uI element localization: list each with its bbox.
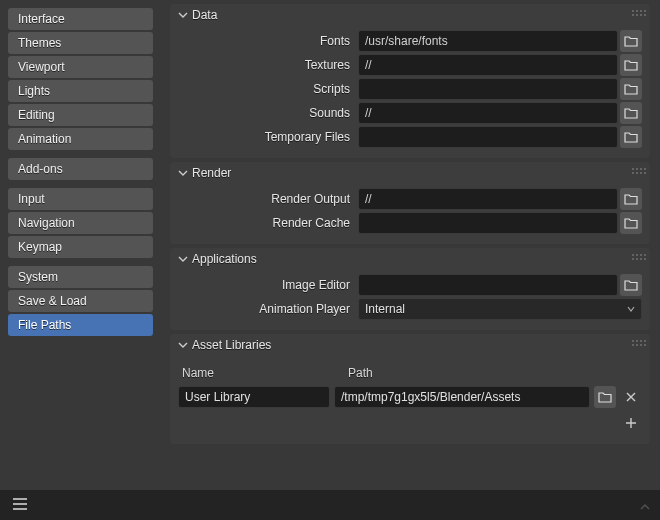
chevron-down-icon xyxy=(176,166,190,180)
hamburger-icon xyxy=(12,497,28,511)
panel-asset-libraries: Asset Libraries Name Path xyxy=(170,334,650,444)
label-render-cache: Render Cache xyxy=(178,216,356,230)
chevron-down-icon xyxy=(627,302,635,316)
browse-render-cache-button[interactable] xyxy=(620,212,642,234)
sidebar-item-editing[interactable]: Editing xyxy=(8,104,153,126)
browse-fonts-button[interactable] xyxy=(620,30,642,52)
input-render-cache[interactable] xyxy=(358,212,618,234)
folder-icon xyxy=(624,35,638,47)
panel-applications: Applications Image Editor Animation Play… xyxy=(170,248,650,330)
panel-data: Data Fonts Textures Scripts xyxy=(170,4,650,158)
folder-icon xyxy=(624,107,638,119)
browse-image-editor-button[interactable] xyxy=(620,274,642,296)
label-animation-player: Animation Player xyxy=(178,302,356,316)
chevron-down-icon xyxy=(176,8,190,22)
label-image-editor: Image Editor xyxy=(178,278,356,292)
restore-button[interactable] xyxy=(636,498,654,516)
input-image-editor[interactable] xyxy=(358,274,618,296)
browse-textures-button[interactable] xyxy=(620,54,642,76)
column-header-name: Name xyxy=(182,366,334,380)
folder-icon xyxy=(624,193,638,205)
asset-library-row xyxy=(178,386,642,408)
label-sounds: Sounds xyxy=(178,106,356,120)
drag-handle-icon[interactable] xyxy=(632,254,646,264)
sidebar-item-viewport[interactable]: Viewport xyxy=(8,56,153,78)
label-textures: Textures xyxy=(178,58,356,72)
panel-applications-title: Applications xyxy=(192,252,257,266)
folder-icon xyxy=(624,131,638,143)
dropdown-animation-player-value: Internal xyxy=(365,302,405,316)
label-temp-files: Temporary Files xyxy=(178,130,356,144)
sidebar-item-system[interactable]: System xyxy=(8,266,153,288)
sidebar-item-animation[interactable]: Animation xyxy=(8,128,153,150)
sidebar-item-lights[interactable]: Lights xyxy=(8,80,153,102)
chevron-down-icon xyxy=(176,252,190,266)
panel-render: Render Render Output Render Cache xyxy=(170,162,650,244)
label-scripts: Scripts xyxy=(178,82,356,96)
input-render-output[interactable] xyxy=(358,188,618,210)
panel-render-title: Render xyxy=(192,166,231,180)
chevron-down-icon xyxy=(176,338,190,352)
input-temp-files[interactable] xyxy=(358,126,618,148)
sidebar-item-interface[interactable]: Interface xyxy=(8,8,153,30)
drag-handle-icon[interactable] xyxy=(632,340,646,350)
drag-handle-icon[interactable] xyxy=(632,168,646,178)
asset-library-browse-button[interactable] xyxy=(594,386,616,408)
panel-data-title: Data xyxy=(192,8,217,22)
drag-handle-icon[interactable] xyxy=(632,10,646,20)
input-textures[interactable] xyxy=(358,54,618,76)
sidebar-item-navigation[interactable]: Navigation xyxy=(8,212,153,234)
input-fonts[interactable] xyxy=(358,30,618,52)
browse-scripts-button[interactable] xyxy=(620,78,642,100)
chevron-up-icon xyxy=(638,500,652,514)
asset-library-remove-button[interactable] xyxy=(620,386,642,408)
folder-icon xyxy=(624,279,638,291)
folder-icon xyxy=(598,391,612,403)
sidebar-item-input[interactable]: Input xyxy=(8,188,153,210)
preferences-sidebar: Interface Themes Viewport Lights Editing… xyxy=(8,8,153,336)
folder-icon xyxy=(624,217,638,229)
panel-asset-libraries-header[interactable]: Asset Libraries xyxy=(170,334,650,356)
browse-sounds-button[interactable] xyxy=(620,102,642,124)
close-icon xyxy=(625,391,637,403)
preferences-main: Data Fonts Textures Scripts xyxy=(170,4,650,444)
sidebar-item-save-load[interactable]: Save & Load xyxy=(8,290,153,312)
folder-icon xyxy=(624,83,638,95)
dropdown-animation-player[interactable]: Internal xyxy=(358,298,642,320)
column-header-path: Path xyxy=(348,366,373,380)
sidebar-item-keymap[interactable]: Keymap xyxy=(8,236,153,258)
label-render-output: Render Output xyxy=(178,192,356,206)
asset-library-name-input[interactable] xyxy=(178,386,330,408)
panel-asset-libraries-title: Asset Libraries xyxy=(192,338,271,352)
browse-render-output-button[interactable] xyxy=(620,188,642,210)
input-sounds[interactable] xyxy=(358,102,618,124)
asset-library-path-input[interactable] xyxy=(334,386,590,408)
plus-icon xyxy=(625,417,637,429)
sidebar-item-themes[interactable]: Themes xyxy=(8,32,153,54)
sidebar-item-addons[interactable]: Add-ons xyxy=(8,158,153,180)
preferences-menu-button[interactable] xyxy=(8,493,32,518)
panel-applications-header[interactable]: Applications xyxy=(170,248,650,270)
label-fonts: Fonts xyxy=(178,34,356,48)
panel-data-header[interactable]: Data xyxy=(170,4,650,26)
asset-library-add-button[interactable] xyxy=(620,412,642,434)
folder-icon xyxy=(624,59,638,71)
bottom-bar xyxy=(0,490,660,520)
panel-render-header[interactable]: Render xyxy=(170,162,650,184)
input-scripts[interactable] xyxy=(358,78,618,100)
browse-temp-button[interactable] xyxy=(620,126,642,148)
sidebar-item-file-paths[interactable]: File Paths xyxy=(8,314,153,336)
